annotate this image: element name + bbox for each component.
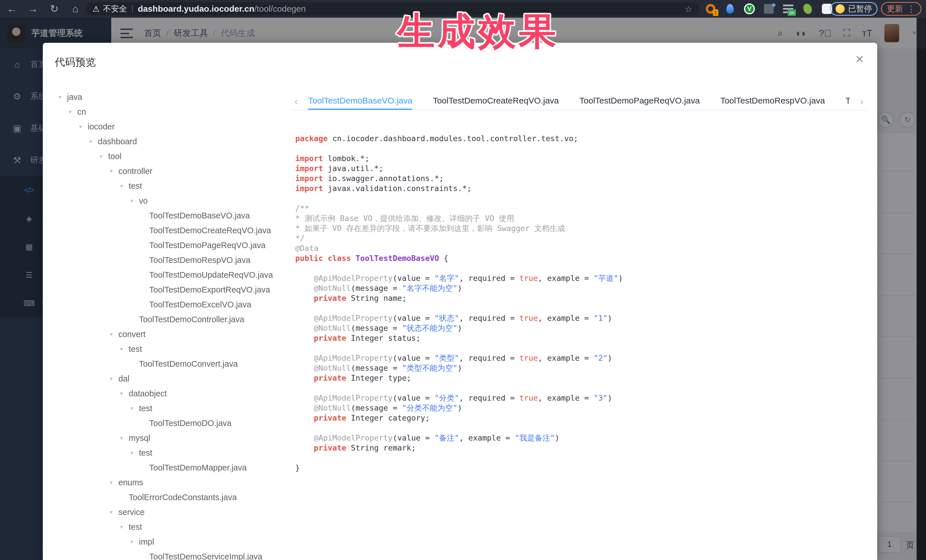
tree-caret-icon[interactable]: ▾ xyxy=(130,197,139,204)
tree-node-label: ToolTestDemoController.java xyxy=(139,315,244,324)
close-icon[interactable]: ✕ xyxy=(855,53,864,66)
browser-menu-icon[interactable]: ⋮ xyxy=(907,4,915,14)
tree-node[interactable]: ToolTestDemoPageReqVO.java xyxy=(59,238,281,253)
tree-node[interactable]: ▾mysql xyxy=(59,430,281,445)
tree-caret-icon[interactable]: ▾ xyxy=(120,183,129,189)
tree-node-label: impl xyxy=(139,537,154,546)
tree-node[interactable]: ToolTestDemoConvert.java xyxy=(59,356,281,371)
screenshot-stage: ← → ↻ ⌂ ⚠ 不安全 dashboard.yudao.iocoder.cn… xyxy=(0,0,926,560)
tree-node-label: dashboard xyxy=(98,137,137,146)
tab-ToolTestDemoRespVO.java[interactable]: ToolTestDemoRespVO.java xyxy=(720,93,825,110)
tree-node[interactable]: ▾vo xyxy=(59,193,281,208)
tree-caret-icon[interactable]: ▾ xyxy=(79,123,88,130)
tree-caret-icon[interactable]: ▾ xyxy=(110,375,118,382)
tree-node[interactable]: ▾test xyxy=(59,178,281,193)
tree-caret-icon[interactable]: ▾ xyxy=(130,538,139,545)
extension-icon-blue-drop[interactable] xyxy=(724,3,736,15)
reload-icon[interactable]: ↻ xyxy=(48,3,61,15)
tree-node[interactable]: ▾test xyxy=(59,401,281,416)
tab-ToolTestDemoCreateReqVO.java[interactable]: ToolTestDemoCreateReqVO.java xyxy=(433,93,559,110)
forward-icon[interactable]: → xyxy=(27,3,39,15)
tree-node[interactable]: ▾iocoder xyxy=(59,119,281,134)
tree-node[interactable]: ToolTestDemoController.java xyxy=(59,312,281,327)
code-block: package cn.iocoder.dashboard.modules.too… xyxy=(295,133,869,473)
tree-node-label: mysql xyxy=(129,433,150,443)
tree-node-label: ToolTestDemoUpdateReqVO.java xyxy=(149,270,273,280)
tab-ToolTestDemoBaseVO.java[interactable]: ToolTestDemoBaseVO.java xyxy=(308,93,412,110)
tree-node[interactable]: ▾enums xyxy=(59,475,281,490)
tree-caret-icon[interactable]: ▾ xyxy=(110,331,118,338)
tree-caret-icon[interactable]: ▾ xyxy=(110,168,118,175)
tree-caret-icon[interactable]: ▾ xyxy=(130,405,139,412)
tree-node[interactable]: ToolTestDemoCreateReqVO.java xyxy=(59,223,281,238)
extension-icon-plant[interactable] xyxy=(802,3,814,15)
back-icon[interactable]: ← xyxy=(6,3,18,15)
paused-label: 已暂停 xyxy=(848,3,872,14)
tree-node[interactable]: ▾dashboard xyxy=(59,134,281,149)
bookmark-star-icon[interactable]: ☆ xyxy=(685,4,692,14)
code-preview-dialog: 代码预览 ✕ ▾java▾cn▾iocoder▾dashboard▾tool▾c… xyxy=(43,43,877,560)
extension-icon-list-on[interactable]: on xyxy=(782,3,794,15)
tab-ToolTe[interactable]: ToolTe xyxy=(846,93,850,110)
tree-caret-icon[interactable]: ▾ xyxy=(110,479,118,486)
tree-node[interactable]: ToolTestDemoBaseVO.java xyxy=(59,208,281,223)
home-icon[interactable]: ⌂ xyxy=(69,3,82,15)
tree-node-label: vo xyxy=(139,196,148,205)
tree-node[interactable]: ▾test xyxy=(59,341,281,356)
tree-node[interactable]: ▾dal xyxy=(59,371,281,386)
tree-node[interactable]: ▾impl xyxy=(59,534,281,549)
tree-node[interactable]: ▾tool xyxy=(59,149,281,164)
tree-caret-icon[interactable]: ▾ xyxy=(120,435,129,441)
tree-node[interactable]: ▾service xyxy=(59,505,281,519)
tree-node-label: test xyxy=(129,181,142,191)
tree-node[interactable]: ToolTestDemoServiceImpl.java xyxy=(59,549,281,560)
tree-node[interactable]: ▾java xyxy=(59,89,281,104)
tree-node[interactable]: ToolTestDemoDO.java xyxy=(59,416,281,430)
tree-node[interactable]: ▾convert xyxy=(59,327,281,341)
tree-node[interactable]: ▾test xyxy=(59,519,281,534)
address-bar[interactable]: ⚠ 不安全 dashboard.yudao.iocoder.cn /tool/c… xyxy=(86,2,699,15)
tree-node-label: iocoder xyxy=(88,122,115,131)
tree-node-label: test xyxy=(129,522,142,532)
tree-caret-icon[interactable]: ▾ xyxy=(120,390,129,397)
tree-node-label: convert xyxy=(118,330,145,339)
tree-node[interactable]: ToolTestDemoMapper.java xyxy=(59,460,281,475)
tree-node-label: enums xyxy=(118,478,143,487)
tree-node[interactable]: ToolErrorCodeConstants.java xyxy=(59,490,281,505)
extension-icon-orange[interactable]: 1 xyxy=(705,3,717,15)
tree-node[interactable]: ▾dataobject xyxy=(59,386,281,401)
tree-caret-icon[interactable]: ▾ xyxy=(100,153,108,160)
tree-caret-icon[interactable]: ▾ xyxy=(110,509,118,516)
code-viewer: package cn.iocoder.dashboard.modules.too… xyxy=(295,133,869,557)
update-label: 更新 xyxy=(887,3,903,14)
extension-icon-green-circle[interactable]: V xyxy=(743,3,755,15)
browser-update-button[interactable]: 更新 ⋮ xyxy=(881,2,921,16)
tree-node-label: ToolTestDemoServiceImpl.java xyxy=(149,552,262,560)
tree-caret-icon[interactable]: ▾ xyxy=(120,346,129,352)
extension-icon-gray-blocks[interactable] xyxy=(763,3,775,15)
profile-paused-pill[interactable]: 已暂停 xyxy=(830,2,878,16)
tree-node[interactable]: ▾cn xyxy=(59,104,281,119)
tabs-next-icon[interactable]: › xyxy=(857,96,867,107)
tree-caret-icon[interactable]: ▾ xyxy=(130,449,139,456)
tree-caret-icon[interactable]: ▾ xyxy=(120,524,129,530)
tree-caret-icon[interactable]: ▾ xyxy=(89,138,98,145)
tree-node[interactable]: ▾test xyxy=(59,445,281,460)
tree-node-label: ToolTestDemoCreateReqVO.java xyxy=(149,226,271,235)
tree-node-label: ToolTestDemoMapper.java xyxy=(149,463,247,472)
tree-node-label: ToolErrorCodeConstants.java xyxy=(129,493,237,502)
tree-node-label: ToolTestDemoBaseVO.java xyxy=(149,211,250,220)
security-warning-icon: ⚠ xyxy=(92,4,100,14)
tree-caret-icon[interactable]: ▾ xyxy=(59,94,67,100)
tab-ToolTestDemoPageReqVO.java[interactable]: ToolTestDemoPageReqVO.java xyxy=(580,93,700,110)
tabs-prev-icon[interactable]: ‹ xyxy=(291,96,301,107)
tree-node[interactable]: ToolTestDemoExcelVO.java xyxy=(59,297,281,312)
tree-node-label: controller xyxy=(118,166,152,176)
tree-node[interactable]: ▾controller xyxy=(59,164,281,178)
tree-node[interactable]: ToolTestDemoRespVO.java xyxy=(59,253,281,267)
tree-node[interactable]: ToolTestDemoUpdateReqVO.java xyxy=(59,267,281,282)
tree-node[interactable]: ToolTestDemoExportReqVO.java xyxy=(59,282,281,297)
file-tabs: ‹ ToolTestDemoBaseVO.javaToolTestDemoCre… xyxy=(291,93,867,110)
tree-node-label: java xyxy=(67,92,82,102)
tree-caret-icon[interactable]: ▾ xyxy=(69,108,77,115)
